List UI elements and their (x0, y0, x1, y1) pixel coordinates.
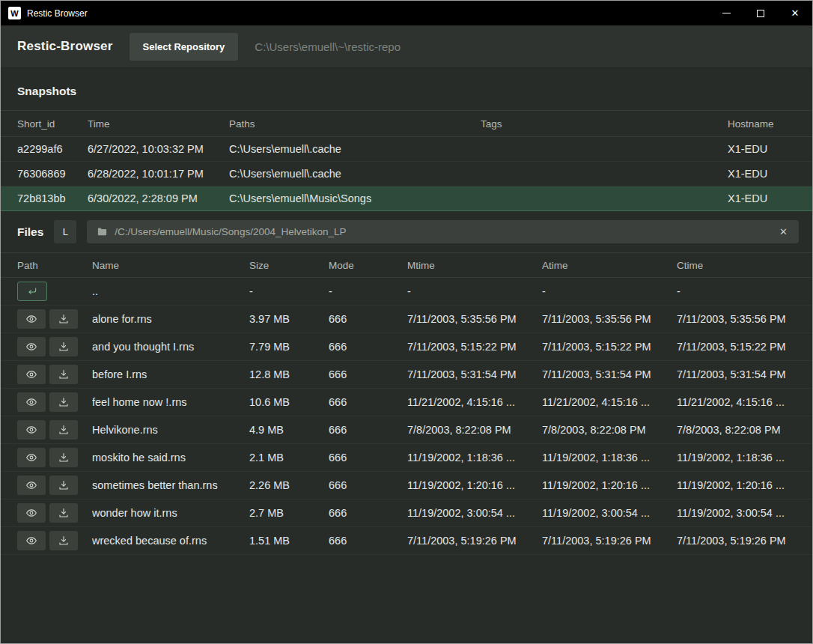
file-atime: 7/11/2003, 5:31:54 PM (542, 368, 677, 380)
window-title: Restic Browser (27, 8, 88, 19)
column-header-mode: Mode (329, 260, 407, 271)
preview-file-button[interactable] (17, 531, 46, 550)
download-file-button[interactable] (49, 392, 78, 412)
snapshots-table-header: Short_id Time Paths Tags Hostname (1, 110, 812, 137)
file-ctime: 11/19/2002, 1:20:16 ... (677, 479, 796, 491)
download-icon (58, 368, 70, 380)
eye-icon (25, 424, 37, 436)
file-name: alone for.rns (92, 313, 249, 325)
preview-file-button[interactable] (17, 365, 46, 384)
file-row: and you thought I.rns 7.79 MB 666 7/11/2… (1, 333, 812, 361)
download-file-button[interactable] (49, 337, 78, 356)
column-header-tags: Tags (481, 118, 728, 130)
preview-file-button[interactable] (17, 448, 46, 467)
eye-icon (25, 507, 37, 519)
file-size: 2.7 MB (249, 507, 329, 519)
files-toolbar: Files L /C:/Users/emuell/Music/Songs/200… (1, 211, 812, 252)
file-ctime: 7/11/2003, 5:15:22 PM (677, 341, 796, 353)
download-file-button[interactable] (49, 531, 78, 550)
file-name: before I.rns (92, 368, 249, 380)
download-icon (58, 507, 70, 519)
file-size: 4.9 MB (249, 424, 329, 436)
files-section-title: Files (17, 225, 43, 239)
file-mode: - (329, 285, 407, 297)
preview-file-button[interactable] (17, 503, 46, 523)
snapshot-row[interactable]: a2299af6 6/27/2022, 10:03:32 PM C:\Users… (1, 137, 812, 162)
file-mode: 666 (329, 313, 407, 325)
file-mode: 666 (329, 452, 407, 464)
download-file-button[interactable] (49, 476, 78, 495)
download-file-button[interactable] (49, 309, 78, 329)
snapshot-hostname: X1-EDU (728, 143, 796, 155)
download-file-button[interactable] (49, 365, 78, 384)
clear-icon: ✕ (779, 226, 788, 237)
file-row: before I.rns 12.8 MB 666 7/11/2003, 5:31… (1, 361, 812, 389)
file-name: .. (92, 285, 249, 297)
maximize-button[interactable] (743, 1, 778, 25)
eye-icon (25, 535, 37, 547)
snapshot-row[interactable]: 76306869 6/28/2022, 10:01:17 PM C:\Users… (1, 162, 812, 186)
file-mode: 666 (329, 507, 407, 519)
column-header-path: Path (17, 260, 92, 271)
file-ctime: 7/11/2003, 5:19:26 PM (677, 535, 796, 547)
go-to-parent-button[interactable] (17, 282, 47, 301)
file-name: feel home now !.rns (92, 396, 249, 408)
file-mode: 666 (329, 368, 407, 380)
close-button[interactable]: ✕ (778, 1, 812, 25)
repository-path: C:\Users\emuell\~\restic-repo (255, 40, 401, 53)
file-mtime: 7/11/2003, 5:31:54 PM (407, 368, 542, 380)
file-row: wonder how it.rns 2.7 MB 666 11/19/2002,… (1, 499, 812, 527)
snapshot-hostname: X1-EDU (728, 168, 796, 180)
file-mtime: 11/19/2002, 1:20:16 ... (407, 479, 542, 491)
file-size: 12.8 MB (249, 368, 329, 380)
file-mtime: - (407, 285, 542, 297)
snapshot-paths: C:\Users\emuell\.cache (229, 168, 481, 180)
file-row: alone for.rns 3.97 MB 666 7/11/2003, 5:3… (1, 306, 812, 333)
file-atime: 7/8/2003, 8:22:08 PM (542, 424, 677, 436)
file-list-mode-button[interactable]: L (54, 220, 76, 243)
snapshot-row[interactable]: 72b813bb 6/30/2022, 2:28:09 PM C:\Users\… (1, 186, 812, 211)
download-file-button[interactable] (49, 503, 78, 523)
snapshot-short-id: 72b813bb (17, 192, 88, 204)
file-row: wrecked because of.rns 1.51 MB 666 7/11/… (1, 527, 812, 555)
file-mtime: 11/19/2002, 1:18:36 ... (407, 452, 542, 464)
eye-icon (25, 313, 37, 325)
file-ctime: 7/11/2003, 5:35:56 PM (677, 313, 796, 325)
file-row: sometimes better than.rns 2.26 MB 666 11… (1, 472, 812, 499)
file-path-bar[interactable]: /C:/Users/emuell/Music/Songs/2004_Helvet… (87, 220, 799, 243)
download-icon (58, 535, 70, 547)
file-mtime: 7/11/2003, 5:19:26 PM (407, 535, 542, 547)
app-window: W Restic Browser ✕ Restic-Browser Select… (0, 0, 813, 644)
download-file-button[interactable] (49, 448, 78, 467)
file-atime: 11/19/2002, 1:18:36 ... (542, 452, 677, 464)
snapshots-section-title: Snapshots (1, 68, 812, 110)
file-row: moskito he said.rns 2.1 MB 666 11/19/200… (1, 444, 812, 472)
file-size: 2.1 MB (249, 452, 329, 464)
eye-icon (25, 479, 37, 491)
column-header-ctime: Ctime (677, 260, 796, 271)
file-name: wrecked because of.rns (92, 535, 249, 547)
download-file-button[interactable] (49, 420, 78, 440)
file-size: 10.6 MB (249, 396, 329, 408)
preview-file-button[interactable] (17, 392, 46, 412)
file-atime: 11/21/2002, 4:15:16 ... (542, 396, 677, 408)
file-name: sometimes better than.rns (92, 479, 249, 491)
snapshot-hostname: X1-EDU (728, 192, 796, 204)
preview-file-button[interactable] (17, 476, 46, 495)
file-mode: 666 (329, 341, 407, 353)
select-repository-button[interactable]: Select Repository (130, 33, 239, 61)
minimize-button[interactable] (709, 1, 743, 25)
file-atime: 11/19/2002, 3:00:54 ... (542, 507, 677, 519)
clear-path-button[interactable]: ✕ (778, 226, 789, 237)
preview-file-button[interactable] (17, 420, 46, 440)
maximize-icon (757, 10, 764, 17)
download-icon (58, 313, 70, 325)
preview-file-button[interactable] (17, 337, 46, 356)
app-header: Restic-Browser Select Repository C:\User… (1, 25, 812, 68)
return-arrow-icon (26, 285, 38, 297)
minimize-icon (722, 13, 731, 13)
file-ctime: 11/19/2002, 3:00:54 ... (677, 507, 796, 519)
snapshot-paths: C:\Users\emuell\.cache (229, 143, 481, 155)
titlebar[interactable]: W Restic Browser ✕ (1, 1, 812, 25)
preview-file-button[interactable] (17, 309, 46, 329)
